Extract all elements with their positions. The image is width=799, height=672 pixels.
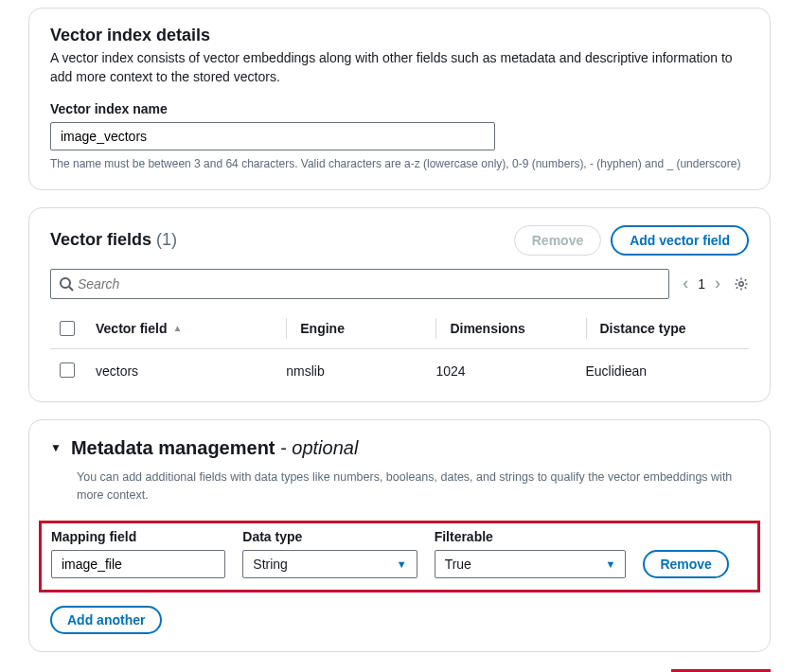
metadata-panel: ▼ Metadata management - optional You can… <box>28 419 771 653</box>
cell-distance: Euclidiean <box>586 363 750 379</box>
settings-icon[interactable] <box>734 276 749 292</box>
svg-line-1 <box>69 287 73 291</box>
vector-fields-title-text: Vector fields <box>50 230 151 249</box>
col-engine[interactable]: Engine <box>300 321 345 336</box>
vector-fields-panel: Vector fields (1) Remove Add vector fiel… <box>28 207 771 402</box>
page-number: 1 <box>698 276 705 292</box>
svg-point-2 <box>739 282 743 286</box>
table-row: vectors nmslib 1024 Euclidiean <box>50 349 749 384</box>
collapse-icon[interactable]: ▼ <box>50 441 62 454</box>
search-box[interactable] <box>50 269 669 299</box>
index-name-label: Vector index name <box>50 101 749 116</box>
prev-page-icon[interactable]: ‹ <box>683 274 688 293</box>
vector-fields-table-header: Vector field ▲ Engine Dimensions Distanc… <box>50 309 749 349</box>
next-page-icon[interactable]: › <box>715 274 720 293</box>
cell-engine: nmslib <box>286 363 435 379</box>
search-input[interactable] <box>74 274 661 294</box>
dropdown-icon: ▼ <box>606 558 616 570</box>
dropdown-icon: ▼ <box>397 558 407 570</box>
col-mapping-field: Mapping field <box>51 529 225 544</box>
data-type-value: String <box>253 557 288 572</box>
cell-vector-field: vectors <box>96 363 286 379</box>
metadata-description: You can add additional fields with data … <box>77 469 749 504</box>
index-name-input[interactable] <box>50 122 495 150</box>
metadata-row-highlight: Mapping field Data type Filterable Strin… <box>39 521 760 592</box>
index-name-helper: The name must be between 3 and 64 charac… <box>50 156 749 172</box>
remove-vector-field-button[interactable]: Remove <box>514 225 601 256</box>
remove-metadata-button[interactable]: Remove <box>643 550 728 578</box>
metadata-title: Metadata management - optional <box>71 437 358 459</box>
vector-fields-count: (1) <box>156 230 177 249</box>
metadata-optional-suffix: - optional <box>275 437 359 458</box>
filterable-value: True <box>445 557 471 572</box>
pager: ‹ 1 › <box>683 274 720 293</box>
svg-point-0 <box>61 278 70 288</box>
row-checkbox[interactable] <box>60 363 75 378</box>
data-type-select[interactable]: String ▼ <box>242 550 417 578</box>
section-description: A vector index consists of vector embedd… <box>50 49 749 86</box>
section-title: Vector index details <box>50 26 749 45</box>
col-vector-field[interactable]: Vector field <box>96 321 167 336</box>
vector-index-details-panel: Vector index details A vector index cons… <box>28 8 771 190</box>
add-vector-field-button[interactable]: Add vector field <box>611 225 749 256</box>
search-icon <box>59 276 74 292</box>
col-distance[interactable]: Distance type <box>600 321 686 336</box>
metadata-title-text: Metadata management <box>71 437 275 458</box>
sort-icon[interactable]: ▲ <box>172 323 182 333</box>
mapping-field-input[interactable] <box>51 550 225 578</box>
add-another-button[interactable]: Add another <box>50 606 162 634</box>
cell-dimensions: 1024 <box>435 363 585 379</box>
filterable-select[interactable]: True ▼ <box>435 550 627 578</box>
col-filterable: Filterable <box>435 529 627 544</box>
select-all-checkbox[interactable] <box>60 321 75 336</box>
col-dimensions[interactable]: Dimensions <box>450 321 524 336</box>
vector-fields-title: Vector fields (1) <box>50 230 177 250</box>
col-data-type: Data type <box>242 529 417 544</box>
